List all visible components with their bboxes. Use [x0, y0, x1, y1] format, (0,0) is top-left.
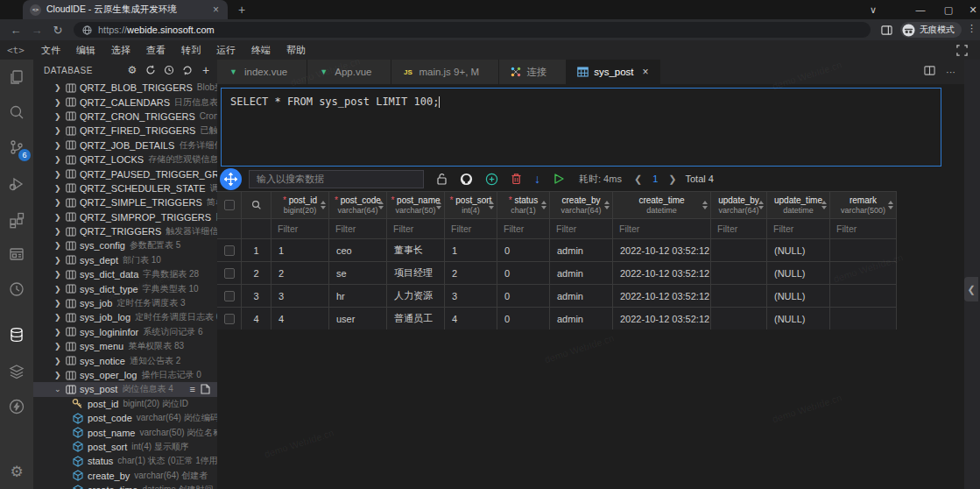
tab-close-icon[interactable]: ×	[211, 4, 221, 16]
cell-remark[interactable]	[830, 308, 897, 330]
editor-tab[interactable]: App.vue	[307, 60, 391, 84]
page-prev-icon[interactable]: ❮	[634, 174, 642, 185]
panel-collapse-icon[interactable]: ❮	[964, 277, 978, 301]
column-header[interactable]: post_name varchar(50)	[387, 192, 445, 218]
db-sync-icon[interactable]	[145, 64, 157, 76]
github-icon[interactable]	[460, 173, 473, 186]
tree-table-row[interactable]: ❯ sys_notice 通知公告表 2	[33, 353, 217, 367]
split-editor-icon[interactable]	[924, 64, 935, 80]
column-header[interactable]: create_time datetime	[613, 192, 711, 218]
chevron-right-icon[interactable]: ❯	[54, 170, 66, 179]
column-header[interactable]: create_by varchar(64)	[550, 192, 613, 218]
cell-update-time[interactable]: (NULL)	[767, 239, 830, 261]
menu-item[interactable]: 终端	[243, 40, 278, 60]
filter-input[interactable]: Filter	[767, 219, 830, 238]
cell-post-code[interactable]: se	[329, 262, 387, 284]
cell-post-id[interactable]: 4	[271, 308, 329, 330]
menu-item[interactable]: 查看	[138, 40, 173, 60]
reload-icon[interactable]: ↻	[47, 24, 68, 37]
tree-table-row[interactable]: ❯ QRTZ_SIMPROP_TRIGGERS 同步机...	[33, 210, 217, 224]
tree-column-row[interactable]: status char(1) 状态 (0正常 1停用)	[33, 454, 217, 468]
cell-create-by[interactable]: admin	[550, 262, 613, 284]
cell-post-sort[interactable]: 3	[445, 285, 497, 307]
cell-post-sort[interactable]: 4	[445, 308, 497, 330]
tree-table-row-selected[interactable]: ⌄ sys_post 岗位信息表 4 ≡	[33, 382, 217, 396]
cell-post-name[interactable]: 项目经理	[387, 262, 445, 284]
editor-tab[interactable]: main.js 9+, M	[391, 60, 499, 84]
tree-table-row[interactable]: ❯ QRTZ_CRON_TRIGGERS Cron类型...	[33, 110, 217, 124]
run-debug-icon[interactable]	[0, 168, 33, 200]
column-header[interactable]: post_id bigint(20)	[271, 192, 329, 218]
chevron-right-icon[interactable]: ❯	[54, 357, 66, 365]
sort-icon[interactable]	[378, 201, 384, 209]
editor-tab[interactable]: 连接	[499, 60, 567, 84]
filter-input[interactable]: Filter	[497, 219, 550, 238]
db-history-icon[interactable]	[163, 64, 175, 76]
menu-item[interactable]: 转到	[173, 40, 208, 60]
sort-icon[interactable]	[321, 201, 326, 209]
back-icon[interactable]: ←	[5, 24, 26, 37]
table-row[interactable]: 1 1 ceo 董事长 1 0 admin 2022-10-12 03:52:1…	[217, 238, 897, 261]
preview-layout-icon[interactable]	[0, 238, 33, 270]
chevron-right-icon[interactable]: ❯	[54, 184, 66, 193]
chevron-right-icon[interactable]: ❯	[54, 98, 66, 107]
settings-gear-icon[interactable]: ⚙	[0, 456, 33, 487]
cell-remark[interactable]	[830, 285, 897, 307]
cell-update-by[interactable]	[711, 262, 767, 284]
sort-icon[interactable]	[821, 201, 827, 209]
chevron-right-icon[interactable]: ❯	[54, 141, 66, 150]
cell-post-name[interactable]: 普通员工	[387, 308, 445, 330]
window-menu-icon[interactable]: ∨	[860, 0, 886, 19]
cell-create-time[interactable]: 2022-10-12 03:52:12	[613, 308, 711, 330]
window-minimize-icon[interactable]: —	[907, 0, 934, 19]
cell-remark[interactable]	[830, 262, 897, 284]
chevron-right-icon[interactable]: ❯	[54, 213, 66, 222]
run-query-icon[interactable]	[553, 173, 565, 185]
chevron-right-icon[interactable]: ❯	[54, 198, 66, 207]
source-control-icon[interactable]: 6	[0, 131, 33, 163]
tree-table-row[interactable]: ❯ sys_config 参数配置表 5	[33, 238, 217, 252]
window-close-icon[interactable]: ✕	[960, 0, 980, 19]
menu-item[interactable]: 文件	[33, 40, 68, 60]
page-next-icon[interactable]: ❯	[668, 174, 676, 185]
cell-update-time[interactable]: (NULL)	[767, 308, 830, 330]
address-bar[interactable]: https://webide.sinosoft.com	[74, 22, 871, 38]
more-actions-icon[interactable]: ···	[946, 67, 955, 77]
sort-icon[interactable]	[888, 201, 893, 209]
cell-create-by[interactable]: admin	[550, 308, 613, 330]
explorer-icon[interactable]	[0, 61, 33, 93]
chevron-right-icon[interactable]: ❯	[54, 342, 66, 351]
cell-post-sort[interactable]: 1	[445, 239, 497, 261]
site-info-globe-icon[interactable]	[82, 25, 92, 35]
cell-update-by[interactable]	[711, 285, 767, 307]
chevron-right-icon[interactable]: ❯	[54, 313, 66, 322]
cell-update-by[interactable]	[711, 239, 767, 261]
chevron-right-icon[interactable]: ❯	[54, 155, 66, 164]
row-checkbox[interactable]	[217, 262, 242, 284]
tree-table-row[interactable]: ❯ sys_oper_log 操作日志记录 0	[33, 368, 217, 382]
cell-update-time[interactable]: (NULL)	[767, 285, 830, 307]
tree-table-row[interactable]: ❯ sys_dict_data 字典数据表 28	[33, 267, 217, 281]
table-ddl-icon[interactable]: ≡	[190, 384, 195, 394]
fullscreen-expand-icon[interactable]	[956, 44, 968, 60]
lightning-icon[interactable]	[0, 391, 33, 422]
new-tab-button[interactable]: +	[238, 3, 245, 17]
column-header[interactable]: update_time datetime	[767, 192, 830, 218]
forward-icon[interactable]: →	[26, 24, 47, 37]
sort-icon[interactable]	[436, 201, 441, 209]
column-header[interactable]: update_by varchar(64)	[711, 192, 767, 218]
unlock-icon[interactable]	[436, 173, 448, 185]
row-checkbox[interactable]	[217, 239, 242, 261]
cell-post-sort[interactable]: 2	[445, 262, 497, 284]
cell-post-code[interactable]: hr	[329, 285, 387, 307]
tree-table-row[interactable]: ❯ QRTZ_LOCKS 存储的悲观锁信息表 2	[33, 152, 217, 167]
tree-table-row[interactable]: ❯ sys_dept 部门表 10	[33, 253, 217, 267]
tree-table-row[interactable]: ❯ QRTZ_FIRED_TRIGGERS 已触发的触...	[33, 124, 217, 138]
cell-status[interactable]: 0	[497, 262, 550, 284]
filter-input[interactable]: Filter	[830, 219, 897, 238]
chevron-right-icon[interactable]: ❯	[54, 270, 66, 279]
cell-post-code[interactable]: user	[329, 308, 387, 330]
search-icon[interactable]	[0, 96, 33, 128]
chevron-down-icon[interactable]: ⌄	[54, 385, 66, 393]
tree-table-row[interactable]: ❯ QRTZ_SIMPLE_TRIGGERS 简单触发...	[33, 195, 217, 209]
